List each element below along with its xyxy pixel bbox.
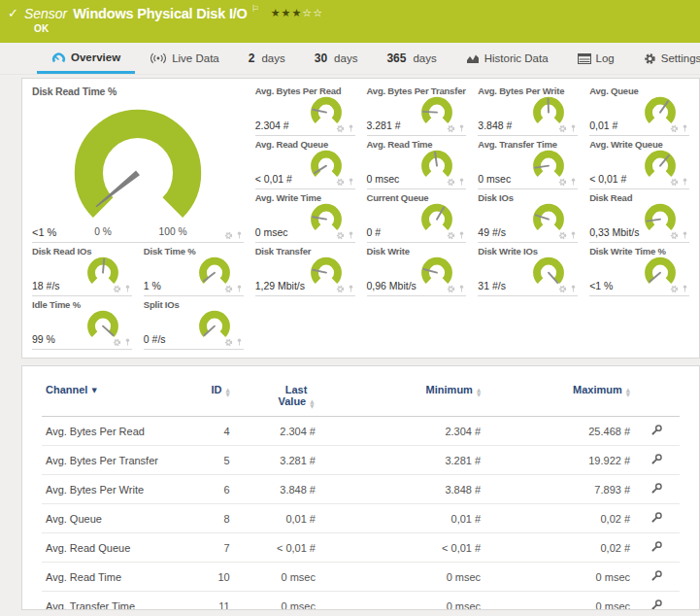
cell-maximum: 25.468 # (484, 417, 634, 446)
channel-settings-button[interactable] (650, 569, 663, 584)
gear-icon[interactable] (224, 338, 233, 347)
pin-icon[interactable] (348, 123, 354, 133)
priority-flag-icon[interactable]: ⚐ (251, 0, 259, 17)
wrench-icon (650, 424, 663, 436)
pin-icon[interactable] (236, 337, 243, 347)
cell-maximum: 19.922 # (484, 446, 634, 475)
channel-gauge-tile[interactable]: Disk Write 0,96 Mbit/s (367, 243, 467, 296)
pin-icon[interactable] (236, 284, 243, 293)
channel-gauge-tile[interactable]: Disk IOs 49 #/s (478, 189, 578, 243)
gear-icon[interactable] (113, 338, 121, 347)
channel-gauge-tile[interactable]: Idle Time % 99 % (32, 296, 132, 350)
channel-value: 2.304 # (255, 120, 289, 131)
pin-icon[interactable] (348, 284, 354, 293)
pin-icon[interactable] (236, 230, 243, 240)
header-channel[interactable]: Channel▼ (42, 378, 186, 417)
channel-value: 0,33 Mbit/s (589, 226, 639, 238)
channel-gauge-tile[interactable]: Avg. Bytes Per Read 2.304 # (255, 83, 355, 136)
channel-settings-button[interactable] (650, 482, 663, 496)
gear-icon[interactable] (670, 285, 679, 293)
channel-gauge-tile[interactable]: Avg. Write Time 0 msec (255, 189, 355, 243)
channel-settings-button[interactable] (650, 599, 663, 610)
gear-icon[interactable] (224, 285, 233, 293)
channel-gauge-tile[interactable]: Disk Transfer 1,29 Mbit/s (255, 243, 355, 296)
priority-stars[interactable]: ★★★☆☆ (271, 5, 323, 22)
pin-icon[interactable] (682, 123, 688, 133)
cell-last-value: 0,01 # (234, 504, 319, 533)
tab-live-data[interactable]: Live Data (135, 43, 234, 74)
channel-value: 1,29 Mbit/s (255, 280, 305, 291)
tab-number: 30 (315, 51, 327, 65)
tab-label: Historic Data (484, 52, 549, 64)
channel-gauge-tile[interactable]: Avg. Transfer Time 0 msec (478, 136, 578, 189)
pin-icon[interactable] (124, 337, 131, 347)
channel-gauge-tile[interactable]: Disk Write Time % <1 % (589, 243, 689, 296)
cell-maximum: 7.893 # (484, 475, 634, 504)
channel-gauge-tile[interactable]: Avg. Read Time 0 msec (367, 136, 467, 189)
tab-overview[interactable]: Overview (37, 43, 135, 74)
gear-icon[interactable] (558, 178, 567, 187)
pin-icon[interactable] (348, 230, 354, 240)
channel-gauge-tile[interactable]: Avg. Write Queue < 0,01 # (589, 136, 689, 189)
pin-icon[interactable] (682, 284, 688, 293)
pin-icon[interactable] (682, 230, 688, 240)
pin-icon[interactable] (570, 123, 577, 133)
channel-gauge-tile[interactable]: Disk Read IOs 18 #/s (32, 243, 132, 296)
gear-icon[interactable] (224, 231, 233, 240)
pin-icon[interactable] (682, 177, 688, 187)
tab-30-days[interactable]: 30days (300, 43, 373, 74)
header-maximum[interactable]: Maximum▲▼ (484, 378, 634, 417)
channel-gauge-tile[interactable]: Avg. Bytes Per Transfer 3.281 # (367, 83, 467, 136)
channel-value: 18 #/s (32, 280, 60, 291)
channel-gauge-tile[interactable]: Disk Write IOs 31 #/s (478, 243, 578, 296)
channel-gauge-tile[interactable]: Avg. Bytes Per Write 3.848 # (478, 83, 578, 136)
pin-icon[interactable] (124, 284, 131, 293)
pin-icon[interactable] (570, 284, 577, 293)
channel-settings-button[interactable] (650, 424, 663, 438)
channel-gauge-tile[interactable]: Disk Read 0,33 Mbit/s (589, 189, 689, 243)
sort-arrows-icon: ▲▼ (310, 399, 314, 408)
tab-settings[interactable]: Settings (629, 43, 700, 74)
channel-gauge-tile[interactable]: Avg. Queue 0,01 # (589, 83, 689, 136)
gear-icon[interactable] (670, 178, 679, 187)
channel-gauge-tile[interactable]: Avg. Read Queue < 0,01 # (255, 136, 355, 189)
tab-365-days[interactable]: 365days (372, 43, 450, 74)
gear-icon[interactable] (336, 178, 345, 187)
channel-gauge-tile[interactable]: Current Queue 0 # (367, 189, 467, 243)
channel-settings-button[interactable] (650, 511, 663, 526)
channel-gauge-tile[interactable]: Split IOs 0 #/s (144, 296, 244, 350)
tab-2-days[interactable]: 2days (234, 43, 300, 74)
header-last-value[interactable]: Last Value▲▼ (234, 378, 319, 417)
gear-icon[interactable] (336, 124, 345, 133)
pin-icon[interactable] (570, 230, 577, 240)
pin-icon[interactable] (570, 177, 577, 187)
pin-icon[interactable] (458, 230, 465, 240)
gear-icon[interactable] (558, 124, 567, 133)
channel-settings-button[interactable] (650, 540, 663, 555)
pin-icon[interactable] (458, 123, 465, 133)
primary-channel-gauge-tile[interactable]: Disk Read Time % 0 % 100 % <1 % (32, 83, 244, 243)
gear-icon[interactable] (447, 285, 455, 293)
pin-icon[interactable] (348, 177, 354, 187)
cell-id: 7 (186, 533, 234, 563)
header-minimum[interactable]: Minimum▲▼ (319, 378, 484, 417)
gear-icon[interactable] (447, 124, 455, 133)
gear-icon[interactable] (113, 285, 121, 293)
gear-icon[interactable] (670, 124, 679, 133)
tab-log[interactable]: Log (563, 43, 629, 74)
gear-icon[interactable] (558, 231, 567, 240)
gear-icon[interactable] (447, 178, 455, 187)
gear-icon[interactable] (336, 231, 345, 240)
channel-gauge-tile[interactable]: Disk Time % 1 % (144, 243, 244, 296)
pin-icon[interactable] (458, 177, 465, 187)
cell-minimum: 2.304 # (319, 417, 484, 446)
channel-settings-button[interactable] (650, 453, 663, 467)
gear-icon[interactable] (558, 285, 567, 293)
pin-icon[interactable] (458, 284, 465, 293)
gear-icon[interactable] (447, 231, 455, 240)
gear-icon[interactable] (336, 285, 345, 293)
cell-last-value: 0 msec (234, 592, 319, 611)
header-id[interactable]: ID▲▼ (186, 378, 234, 417)
tab-historic-data[interactable]: Historic Data (451, 43, 563, 74)
gear-icon[interactable] (670, 231, 679, 240)
